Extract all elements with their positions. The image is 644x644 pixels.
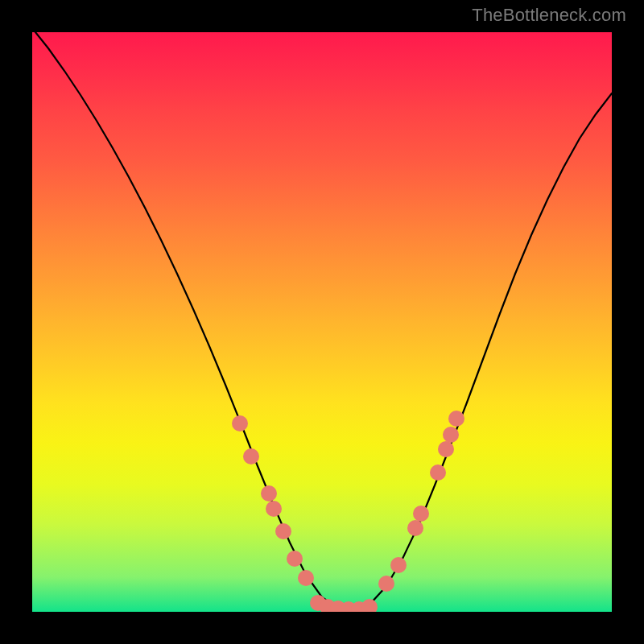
marker-right-5 [438,441,454,457]
marker-left-3 [266,501,282,517]
curve-right-branch [354,93,612,609]
marker-left-0 [232,415,248,431]
marker-left-4 [275,523,291,539]
marker-right-1 [390,557,407,573]
points-layer [232,411,464,612]
curve-layer [32,32,612,609]
marker-right-6 [443,427,459,443]
marker-right-3 [413,506,429,522]
marker-left-2 [261,485,277,502]
marker-right-4 [430,464,446,481]
watermark-label: TheBottleneck.com [472,5,626,26]
plot-area [32,32,612,612]
marker-right-7 [448,411,464,427]
curves-svg [32,32,612,612]
marker-left-6 [298,570,314,586]
marker-bottom-5 [361,599,378,612]
marker-left-5 [287,551,303,567]
marker-right-2 [407,520,423,536]
chart-frame: TheBottleneck.com [0,0,644,644]
marker-left-1 [243,448,259,464]
curve-left-branch [32,32,354,609]
marker-right-0 [378,576,394,592]
